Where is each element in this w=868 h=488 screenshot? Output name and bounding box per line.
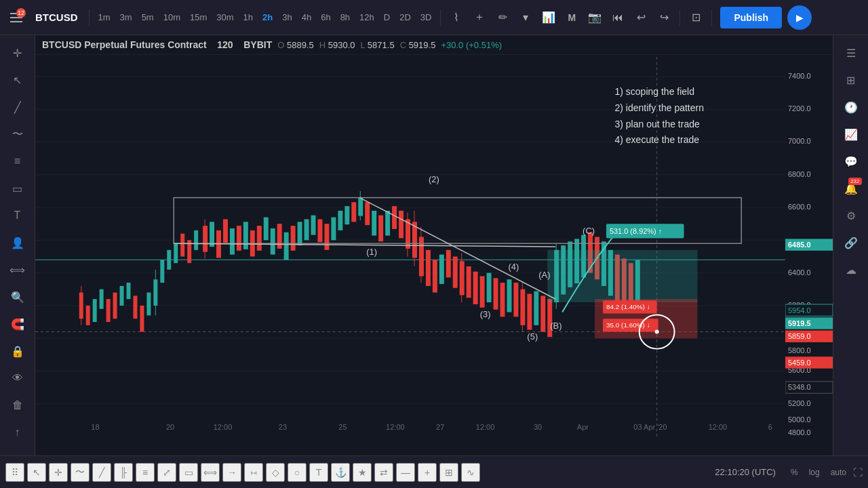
- svg-rect-57: [344, 206, 349, 224]
- svg-rect-81: [473, 272, 478, 304]
- drawing-tools-btn[interactable]: ✏: [492, 7, 513, 28]
- bar-chart-btn[interactable]: 📊: [538, 7, 559, 28]
- measure-tool[interactable]: ⟺: [5, 258, 30, 282]
- svg-rect-73: [426, 250, 431, 286]
- tf-1h[interactable]: 1h: [240, 9, 256, 25]
- rect-tool[interactable]: ▭: [5, 176, 30, 201]
- chart-title-text: BTCUSD Perpetual Futures Contract: [42, 39, 207, 50]
- trendline-bottom[interactable]: ╱: [92, 463, 111, 482]
- pct-button[interactable]: %: [787, 466, 802, 479]
- tf-3m[interactable]: 3m: [117, 9, 136, 25]
- dropdown-btn[interactable]: ▾: [515, 7, 536, 28]
- elliot-bottom[interactable]: ⑅: [244, 463, 263, 482]
- trash-tool[interactable]: 🗑: [5, 393, 30, 418]
- tf-10m[interactable]: 10m: [160, 9, 184, 25]
- right-panel-icon6[interactable]: 🔔 232: [839, 176, 863, 201]
- fullscreen-button[interactable]: ⛶: [853, 467, 863, 478]
- tf-4h[interactable]: 4h: [298, 9, 315, 25]
- svg-rect-19: [100, 289, 104, 309]
- svg-rect-22: [120, 286, 124, 306]
- chart-area[interactable]: BTCUSD Perpetual Futures Contract 120 BY…: [35, 35, 833, 455]
- right-panel-icon2[interactable]: ⊞: [839, 68, 863, 92]
- tf-8h[interactable]: 8h: [337, 9, 353, 25]
- fib-bottom[interactable]: ⤢: [157, 463, 176, 482]
- play-button[interactable]: ▶: [787, 5, 812, 30]
- tf-3D[interactable]: 3D: [417, 9, 435, 25]
- svg-rect-47: [277, 224, 282, 249]
- lock-tool[interactable]: 🔒: [5, 339, 30, 363]
- tf-2D[interactable]: 2D: [396, 9, 414, 25]
- text-tool[interactable]: T: [5, 203, 30, 228]
- chart-exchange: BYBIT: [243, 39, 272, 50]
- tf-D[interactable]: D: [380, 9, 393, 25]
- tf-12h[interactable]: 12h: [356, 9, 378, 25]
- svg-rect-82: [480, 276, 485, 307]
- people-tool[interactable]: 👤: [5, 230, 30, 255]
- right-panel-icon9[interactable]: ☁: [839, 258, 863, 282]
- undo-btn[interactable]: ↩: [631, 7, 651, 28]
- date-1200c: 12:00: [476, 423, 495, 431]
- line2-bottom[interactable]: —: [396, 463, 415, 482]
- crosshair-tool[interactable]: ✛: [5, 41, 30, 65]
- rewind-btn[interactable]: ⏮: [608, 7, 628, 28]
- svg-rect-40: [230, 228, 235, 255]
- svg-rect-85: [500, 283, 505, 317]
- wave-tool[interactable]: 〜: [5, 122, 30, 146]
- svg-rect-74: [433, 260, 437, 292]
- svg-rect-76: [446, 250, 451, 278]
- zoom-tool[interactable]: 🔍: [5, 285, 30, 309]
- low-val: L 5871.5: [360, 40, 394, 50]
- text-bottom[interactable]: T: [309, 463, 328, 482]
- layout-btn[interactable]: ⊡: [686, 7, 706, 28]
- tf-3h[interactable]: 3h: [279, 9, 295, 25]
- drag-tool[interactable]: ⠿: [5, 463, 24, 482]
- measure-bottom[interactable]: ⟺: [201, 463, 220, 482]
- crosshair-bottom[interactable]: ✛: [49, 463, 68, 482]
- tf-15m[interactable]: 15m: [186, 9, 210, 25]
- shape-bottom[interactable]: ○: [288, 463, 307, 482]
- waves-bottom[interactable]: ∿: [461, 463, 480, 482]
- anchor-bottom[interactable]: ⚓: [331, 463, 350, 482]
- indicators-btn[interactable]: ⌇: [446, 7, 467, 28]
- parallel-bottom[interactable]: ╟: [114, 463, 133, 482]
- arrow-bottom[interactable]: →: [222, 463, 241, 482]
- right-panel-icon5[interactable]: 💬: [839, 149, 863, 174]
- plus-bottom[interactable]: +: [418, 463, 437, 482]
- wave-bottom[interactable]: 〜: [71, 463, 90, 482]
- m-btn[interactable]: M: [561, 7, 582, 28]
- publish-button[interactable]: Publish: [720, 7, 782, 28]
- camera-btn[interactable]: 📷: [585, 7, 605, 28]
- grid-bottom[interactable]: ⊞: [439, 463, 458, 482]
- auto-button[interactable]: auto: [827, 466, 850, 479]
- right-panel-icon8[interactable]: 🔗: [839, 230, 863, 255]
- brush-bottom[interactable]: ≡: [136, 463, 155, 482]
- menu-button[interactable]: 12: [5, 7, 27, 28]
- brush-tool[interactable]: ≡: [5, 149, 30, 174]
- cursor-bottom[interactable]: ↖: [27, 463, 46, 482]
- redo-btn[interactable]: ↪: [654, 7, 674, 28]
- right-panel-icon4[interactable]: 📈: [839, 122, 863, 146]
- svg-rect-93: [547, 299, 552, 337]
- right-panel-icon1[interactable]: ☰: [839, 41, 863, 65]
- connector-bottom[interactable]: ⇄: [374, 463, 393, 482]
- tf-5m[interactable]: 5m: [138, 9, 157, 25]
- date-apr: Apr: [577, 423, 589, 431]
- icon-bottom[interactable]: ★: [353, 463, 372, 482]
- right-panel-icon7[interactable]: ⚙: [839, 203, 863, 228]
- right-panel-icon3[interactable]: 🕐: [839, 95, 863, 119]
- tf-1m[interactable]: 1m: [95, 9, 114, 25]
- svg-text:(1): (1): [366, 247, 377, 257]
- magnet-tool[interactable]: 🧲: [5, 312, 30, 336]
- log-button[interactable]: log: [805, 466, 824, 479]
- tf-6h[interactable]: 6h: [317, 9, 334, 25]
- symbol-selector[interactable]: BTCUSD: [35, 12, 78, 23]
- pattern-bottom[interactable]: ◇: [266, 463, 285, 482]
- tf-30m[interactable]: 30m: [213, 9, 237, 25]
- cursor-tool[interactable]: ↖: [5, 68, 30, 92]
- line-tool[interactable]: ╱: [5, 95, 30, 119]
- rect-bottom[interactable]: ▭: [179, 463, 198, 482]
- up-arrow-tool[interactable]: ↑: [5, 420, 30, 445]
- eye-tool[interactable]: 👁: [5, 366, 30, 390]
- tf-2h[interactable]: 2h: [259, 9, 276, 25]
- plus-btn[interactable]: ＋: [469, 7, 490, 28]
